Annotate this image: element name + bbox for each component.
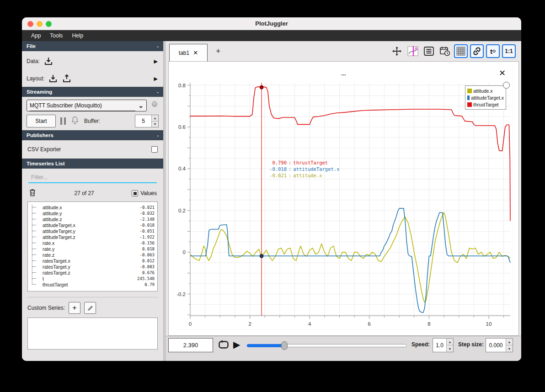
legend-entry[interactable]: attitudeTarget.x xyxy=(467,94,504,101)
speed-spinbox[interactable]: 1.0 ▲▼ xyxy=(433,338,454,352)
timeseries-name: t xyxy=(43,276,44,281)
layout-expand-arrow-icon[interactable]: ▶ xyxy=(154,76,159,82)
t0-reset-time-icon[interactable]: tO xyxy=(486,44,500,58)
timeseries-name: thrustTarget xyxy=(43,282,68,287)
timeseries-row[interactable]: └─thrustTarget0.79 xyxy=(31,281,155,287)
timeseries-name: ratesTarget.y xyxy=(43,264,70,270)
timeseries-row[interactable]: ├─attitude.z-2.148 xyxy=(31,216,155,222)
step-up-arrow[interactable]: ▲ xyxy=(506,339,513,345)
bell-icon[interactable] xyxy=(70,116,80,127)
speed-up-arrow[interactable]: ▲ xyxy=(447,339,453,345)
loop-button[interactable] xyxy=(218,339,230,352)
tab-bar: tab1 ✕ + A xyxy=(166,41,521,61)
step-size-spinbox[interactable]: 0.000 ▲▼ xyxy=(486,338,513,352)
svg-text:0: 0 xyxy=(183,249,186,255)
move-tool-icon[interactable] xyxy=(390,44,404,58)
zoom-1to1-icon[interactable]: 1:1 xyxy=(502,44,516,58)
link-axes-icon[interactable] xyxy=(470,44,484,58)
buffer-down-arrow[interactable]: ▼ xyxy=(152,122,158,127)
data-label: Data: xyxy=(27,58,40,64)
timeseries-list[interactable]: ├─attitude.x-0.021├─attitude.y-0.032├─at… xyxy=(27,201,158,291)
collapse-publishers-button[interactable]: - xyxy=(157,132,159,138)
add-tab-button[interactable]: + xyxy=(212,46,224,57)
timeseries-name: attitude.y xyxy=(43,211,62,216)
collapse-file-button[interactable]: - xyxy=(157,43,159,49)
slider-handle[interactable] xyxy=(281,341,288,350)
timeseries-row[interactable]: ├─attitudeTarget.z-1.922 xyxy=(31,234,155,240)
csv-exporter-checkbox[interactable] xyxy=(151,146,158,153)
legend-handle[interactable] xyxy=(503,82,510,89)
buffer-spinbox[interactable]: 5 ▲▼ xyxy=(135,115,159,127)
start-streaming-button[interactable]: Start xyxy=(27,115,56,127)
slider-fill xyxy=(247,344,284,347)
window-title: PlotJuggler xyxy=(22,17,521,30)
streaming-source-select[interactable]: MQTT Subscriber (Mosquitto) ⌄ xyxy=(27,100,147,111)
save-layout-icon[interactable] xyxy=(62,74,72,84)
collapse-streaming-button[interactable]: - xyxy=(157,89,159,95)
timeseries-row[interactable]: ├─t245.548 xyxy=(31,275,155,281)
timeseries-row[interactable]: ├─ratesTarget.x0.012 xyxy=(31,258,155,264)
speed-down-arrow[interactable]: ▼ xyxy=(447,345,453,352)
timeseries-row[interactable]: ├─rate.x-0.156 xyxy=(31,240,155,246)
step-down-arrow[interactable]: ▼ xyxy=(506,345,513,352)
timeseries-row[interactable]: ├─attitudeTarget.y-0.051 xyxy=(31,228,155,234)
timeseries-row[interactable]: ├─attitude.x-0.021 xyxy=(31,204,155,210)
timeseries-row[interactable]: ├─attitudeTarget.x-0.018 xyxy=(31,222,155,228)
timeseries-row[interactable]: ├─ratesTarget.y-0.083 xyxy=(31,264,155,270)
grid-layout-icon[interactable] xyxy=(454,44,468,58)
time-field[interactable]: 2.390 xyxy=(168,338,213,352)
plot-legend[interactable]: attitude.xattitudeTarget.xthrustTarget xyxy=(465,85,506,110)
data-expand-arrow-icon[interactable]: ▶ xyxy=(154,58,159,64)
timeseries-name: attitudeTarget.x xyxy=(43,222,75,228)
list-view-icon[interactable] xyxy=(422,44,436,58)
timeseries-value: 0.79 xyxy=(144,282,155,287)
trash-icon[interactable] xyxy=(28,188,37,199)
svg-text:8: 8 xyxy=(427,321,430,327)
menu-app[interactable]: App xyxy=(27,31,44,40)
values-label: Values xyxy=(140,190,157,196)
plot-widget[interactable]: ... ✕ 0.80.60.40.20-0.20246810 0.790:thr… xyxy=(168,61,519,336)
buffer-value: 5 xyxy=(135,115,151,127)
close-tab-icon[interactable]: ✕ xyxy=(193,49,198,56)
filter-placeholder: Filter... xyxy=(28,172,157,182)
file-section-header[interactable]: File - xyxy=(22,41,163,51)
timeseries-name: ratesTarget.x xyxy=(43,258,70,264)
svg-text:6: 6 xyxy=(368,321,371,327)
timeseries-section-header[interactable]: Timeseries List xyxy=(22,159,163,169)
tree-branch-icon: ├─ xyxy=(31,252,43,257)
timeseries-row[interactable]: ├─rate.z-0.063 xyxy=(31,252,155,258)
streaming-section-header[interactable]: Streaming - xyxy=(22,87,163,97)
timeseries-row[interactable]: ├─attitude.y-0.032 xyxy=(31,210,155,216)
legend-entry[interactable]: thrustTarget xyxy=(467,101,504,108)
play-button[interactable]: ▶ xyxy=(233,339,240,350)
tracker-tool-icon[interactable]: A xyxy=(406,44,420,58)
filter-input[interactable]: Filter... xyxy=(28,172,157,183)
tab-label: tab1 xyxy=(179,50,189,56)
svg-text:4: 4 xyxy=(308,321,311,327)
pause-icon[interactable] xyxy=(60,117,66,125)
publishers-section: CSV Exporter xyxy=(22,140,163,159)
time-slider[interactable] xyxy=(247,341,407,350)
menu-help[interactable]: Help xyxy=(68,31,87,40)
load-layout-icon[interactable] xyxy=(48,74,58,84)
timeseries-row[interactable]: ├─rate.y0.018 xyxy=(31,246,155,252)
step-size-label: Step size: xyxy=(458,341,484,348)
tab-tab1[interactable]: tab1 ✕ xyxy=(169,44,208,61)
buffer-up-arrow[interactable]: ▲ xyxy=(152,115,158,122)
timeseries-row[interactable]: ├─ratesTarget.z0.676 xyxy=(31,270,155,275)
edit-custom-series-button[interactable] xyxy=(84,302,96,314)
datetime-icon[interactable] xyxy=(438,44,452,58)
custom-series-label: Custom Series: xyxy=(27,305,65,311)
tree-branch-icon: ├─ xyxy=(31,240,43,245)
publishers-section-header[interactable]: Publishers - xyxy=(22,130,163,140)
timeseries-value: 0.018 xyxy=(142,247,155,251)
load-data-icon[interactable] xyxy=(43,56,53,66)
values-checkbox[interactable] xyxy=(132,190,138,196)
add-custom-series-button[interactable]: + xyxy=(69,302,80,314)
custom-series-list[interactable] xyxy=(27,318,158,350)
menu-tools[interactable]: Tools xyxy=(46,31,66,40)
svg-text:A: A xyxy=(415,46,418,51)
streaming-settings-gear-icon[interactable] xyxy=(150,101,159,111)
timeseries-value: 245.548 xyxy=(137,276,155,281)
legend-entry[interactable]: attitude.x xyxy=(467,87,504,94)
